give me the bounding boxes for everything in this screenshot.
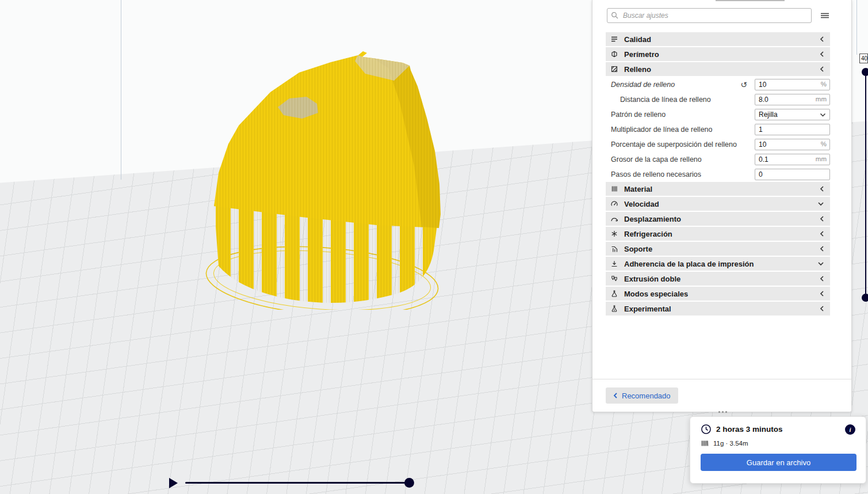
panel-footer: Recomendado [592,379,851,412]
mode-button-label: Recomendado [622,392,671,400]
category-label: Velocidad [624,200,817,208]
category-desplazamiento[interactable]: Desplazamiento [606,212,830,226]
material-spool-icon [701,439,709,447]
search-settings-box[interactable] [607,8,812,23]
category-label: Extrusión doble [624,275,820,283]
setting-label: Grosor de la capa de relleno [611,155,755,164]
support-icon [610,245,624,253]
chevron-down-icon [817,261,824,266]
category-calidad[interactable]: Calidad [606,32,830,46]
chevron-down-icon [820,113,826,117]
infill-pattern-select[interactable]: Rejilla [755,109,830,120]
infill-layer-thickness-input[interactable] [755,154,830,165]
layer-slider-upper-handle[interactable] [862,68,868,76]
chevron-left-icon [820,290,824,297]
settings-menu-icon[interactable] [820,12,829,20]
category-relleno[interactable]: Relleno [606,62,830,76]
material-icon [610,185,624,193]
category-label: Modos especiales [624,290,820,298]
experimental-icon [610,305,624,313]
print-setup-header-divider [716,0,785,1]
chevron-left-icon [820,185,824,192]
chevron-left-icon [820,51,824,58]
sliced-model[interactable] [204,51,452,310]
panel-resize-handle[interactable] [722,411,724,413]
category-material[interactable]: Material [606,182,830,196]
reset-setting-icon[interactable]: ↺ [739,81,749,89]
setting-label: Pasos de relleno necesarios [611,170,755,178]
clock-icon [701,424,712,435]
settings-list: Calidad Perímetro Relleno Densidad de re… [592,23,851,316]
chevron-left-icon [820,230,824,237]
chevron-down-icon [817,202,824,206]
category-modos-especiales[interactable]: Modos especiales [606,287,830,301]
setting-field: % [755,79,830,90]
category-extrusion-doble[interactable]: Extrusión doble [606,272,830,286]
play-button[interactable] [169,478,178,488]
setting-label: Distancia de línea de relleno [611,96,755,104]
adhesion-icon [610,260,624,268]
setting-infill-layer-thickness: Grosor de la capa de relleno mm [606,152,830,167]
simulation-slider-track[interactable] [185,482,410,484]
category-label: Material [624,185,820,193]
category-label: Adherencia de la placa de impresión [624,260,817,268]
category-label: Soporte [624,245,820,253]
material-row: 11g · 3.54m [701,439,855,447]
gradual-infill-steps-input[interactable] [755,169,830,180]
special-modes-icon [610,290,624,298]
category-refrigeracion[interactable]: Refrigeración [606,227,830,241]
info-icon[interactable] [845,424,855,435]
category-label: Perímetro [624,50,820,59]
chevron-left-icon [820,36,824,43]
dual-extrusion-icon [610,275,624,283]
setting-infill-overlap: Porcentaje de superposición del relleno … [606,137,830,152]
infill-line-multiplier-input[interactable] [755,124,830,135]
cooling-icon [610,230,624,238]
search-input[interactable] [622,11,808,20]
setting-field [755,169,830,180]
material-usage: 11g · 3.54m [713,440,748,447]
category-perimetro[interactable]: Perímetro [606,47,830,61]
setting-infill-pattern: Patrón de relleno Rejilla [606,107,830,122]
infill-line-distance-input[interactable] [755,94,830,105]
chevron-left-icon [820,305,824,312]
quality-icon [610,35,624,43]
save-to-file-button[interactable]: Guardar en archivo [701,454,856,471]
setting-field: mm [755,154,830,165]
setting-field [755,124,830,135]
category-label: Experimental [624,305,820,313]
chevron-left-icon [820,215,824,222]
print-time: 2 horas 3 minutos [716,425,783,434]
infill-overlap-input[interactable] [755,139,830,150]
category-experimental[interactable]: Experimental [606,302,830,316]
infill-icon [610,65,624,73]
time-row: 2 horas 3 minutos [701,424,855,435]
setting-label: Porcentaje de superposición del relleno [611,140,755,149]
layer-slider-lower-handle[interactable] [862,294,868,302]
setting-label: Densidad de relleno [611,81,739,89]
category-label: Relleno [624,65,820,74]
travel-icon [610,215,624,223]
build-volume-edge-left [121,0,121,180]
setting-gradual-infill-steps: Pasos de relleno necesarios [606,167,830,182]
setting-label: Multiplicador de línea de relleno [611,126,755,134]
walls-icon [610,50,624,58]
category-label: Calidad [624,35,820,44]
layer-number-field[interactable]: 40 [859,54,868,63]
layer-slider-track[interactable] [865,76,866,294]
setting-field: mm [755,94,830,105]
print-settings-panel: Calidad Perímetro Relleno Densidad de re… [592,0,852,412]
chevron-left-icon [820,245,824,252]
setting-label: Patrón de relleno [611,111,755,119]
search-row [607,8,829,23]
speed-icon [610,200,624,208]
recommended-mode-button[interactable]: Recomendado [606,387,678,404]
build-volume-edge-right [856,0,857,55]
simulation-slider-handle[interactable] [404,478,414,488]
category-adherencia[interactable]: Adherencia de la placa de impresión [606,257,830,271]
category-velocidad[interactable]: Velocidad [606,197,830,211]
print-summary-card: 2 horas 3 minutos 11g · 3.54m Guardar en… [690,416,866,484]
infill-density-input[interactable] [755,79,830,90]
chevron-left-icon [613,392,618,399]
category-soporte[interactable]: Soporte [606,242,830,256]
